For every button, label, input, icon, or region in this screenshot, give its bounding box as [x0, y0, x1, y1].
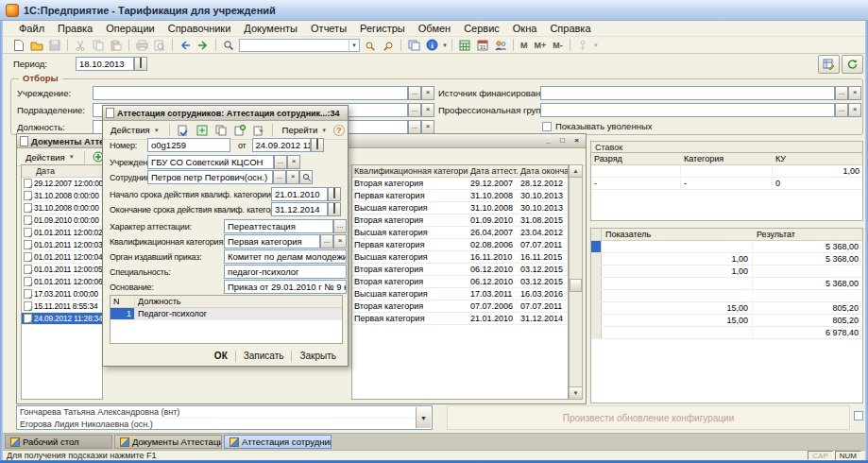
users-icon[interactable]: [492, 38, 509, 53]
category-row[interactable]: Высшая категория 26.04.2007 23.04.2012: [352, 227, 568, 239]
menu-item[interactable]: Документы: [237, 22, 304, 35]
category-row[interactable]: Вторая категория 01.09.2010 31.08.2015: [352, 214, 568, 227]
category-row[interactable]: Вторая категория 07.07.2006 07.07.2011: [352, 300, 568, 313]
category-row[interactable]: Первая категория 31.10.2008 30.10.2013: [352, 190, 568, 202]
clear-icon[interactable]: ×: [848, 103, 861, 117]
basis-field[interactable]: Приказ от 29.01.2010 г № 9 к: [224, 280, 347, 294]
window-tab[interactable]: Рабочий стол: [5, 435, 112, 449]
post-document-icon[interactable]: [175, 123, 192, 138]
help-icon[interactable]: ?: [333, 125, 345, 136]
category-row[interactable]: Высшая категория 16.11.2010 16.11.2015: [352, 251, 568, 264]
open-icon[interactable]: [28, 38, 45, 53]
table-settings-button[interactable]: [818, 55, 840, 74]
date-calendar-button[interactable]: [311, 138, 324, 152]
clear-icon[interactable]: ×: [848, 86, 861, 100]
window-tab[interactable]: Документы Аттестация сот...: [114, 435, 222, 449]
result-row[interactable]: 15,00 805,20: [591, 302, 862, 315]
scrollbar-thumb[interactable]: [570, 279, 582, 292]
combo-line[interactable]: Гончарева Татьяна Александровна (внт): [17, 406, 432, 419]
actions-button[interactable]: Действия▼: [21, 150, 79, 164]
rates-row[interactable]: - - 0: [591, 178, 862, 190]
minimize-icon[interactable]: _: [343, 108, 348, 118]
number-field[interactable]: o0g1259: [147, 138, 230, 152]
ellipsis-button[interactable]: ...: [320, 234, 333, 249]
combo-line[interactable]: Егорова Лидия Николаевна (осн.): [17, 419, 432, 430]
goto-button[interactable]: Перейти▼: [278, 123, 332, 137]
date-row[interactable]: ✓ 01.01.2011 12:00:05: [22, 264, 102, 276]
save-icon[interactable]: [46, 38, 63, 53]
result-row[interactable]: 5 368,00: [591, 278, 862, 290]
menu-item[interactable]: Файл: [12, 22, 51, 35]
info-icon[interactable]: i: [423, 38, 440, 53]
date-row[interactable]: ✓ 01.01.2011 12:00:06: [22, 276, 102, 288]
scroll-up-icon[interactable]: ▲: [570, 165, 582, 178]
category-row[interactable]: Вторая категория 06.12.2010 03.12.2015: [352, 264, 568, 276]
update-checkbox[interactable]: [854, 411, 863, 420]
forward-icon[interactable]: [195, 38, 212, 53]
service-dropdown-icon[interactable]: ▼: [593, 43, 599, 48]
category-row[interactable]: Вторая категория 29.12.2007 28.12.2012: [352, 178, 568, 190]
refresh-button[interactable]: [842, 55, 863, 74]
find-prev-icon[interactable]: [380, 38, 397, 53]
combo-dropdown-icon[interactable]: ▼: [416, 407, 431, 428]
category-field[interactable]: Первая категория: [224, 234, 320, 249]
copy-document-icon[interactable]: [213, 123, 230, 138]
ellipsis-button[interactable]: ...: [408, 86, 421, 100]
position-row[interactable]: 1 Педагог-психолог: [111, 308, 342, 320]
date-row[interactable]: ✓ 29.12.2007 12:00:00: [22, 178, 102, 190]
institution-field[interactable]: ГБУ СО Советский КЦСОН: [147, 155, 274, 169]
new-document-icon[interactable]: [10, 38, 27, 53]
filter-field[interactable]: [540, 86, 835, 100]
end-date-field[interactable]: 31.12.2014: [271, 202, 328, 216]
clear-icon[interactable]: ×: [286, 170, 299, 184]
cut-icon[interactable]: [72, 38, 89, 53]
start-date-field[interactable]: 21.01.2010: [271, 187, 328, 201]
scroll-down-icon[interactable]: ▼: [570, 386, 582, 399]
result-row[interactable]: 15,00 805,20: [591, 315, 862, 327]
menu-item[interactable]: Справка: [543, 22, 597, 35]
show-dismissed-checkbox[interactable]: [542, 122, 552, 131]
ellipsis-button[interactable]: ...: [333, 219, 347, 233]
calendar-icon[interactable]: 31: [474, 38, 491, 53]
date-calendar-button[interactable]: [328, 202, 341, 216]
search-icon[interactable]: [220, 38, 237, 53]
menu-item[interactable]: Операции: [99, 22, 161, 35]
result-row[interactable]: [591, 290, 862, 302]
back-icon[interactable]: [177, 38, 194, 53]
specialty-field[interactable]: педагог-психолог: [224, 265, 347, 279]
ellipsis-button[interactable]: ...: [835, 86, 848, 100]
ellipsis-button[interactable]: ...: [408, 120, 421, 134]
reread-icon[interactable]: [194, 123, 211, 138]
minimize-icon[interactable]: _: [542, 136, 554, 146]
date-row[interactable]: ✓ 31.10.2008 0:00:00: [22, 190, 102, 202]
memory-plus-button[interactable]: M+: [531, 41, 549, 50]
category-row[interactable]: Высшая категория 31.10.2008 30.10.2013: [352, 202, 568, 214]
date-calendar-button[interactable]: [328, 187, 341, 201]
categories-scrollbar[interactable]: ▲ ▼: [569, 164, 583, 400]
date-row[interactable]: ✓ 24.09.2012 11:28:34: [22, 313, 102, 325]
date-row[interactable]: ✓ 31.10.2008 0:00:00: [22, 202, 102, 214]
period-calendar-button[interactable]: [134, 57, 147, 71]
create-based-icon[interactable]: [231, 123, 248, 138]
employee-field[interactable]: Петров петр Петрович(осн.): [147, 170, 273, 184]
ellipsis-button[interactable]: ...: [273, 170, 286, 184]
menu-item[interactable]: Справочники: [162, 22, 238, 35]
window-tab[interactable]: Аттестация сотрудников...:34: [224, 435, 332, 449]
clear-icon[interactable]: ×: [287, 155, 300, 169]
memory-button[interactable]: M: [518, 41, 531, 50]
menu-item[interactable]: Отчеты: [304, 22, 353, 35]
ellipsis-button[interactable]: ...: [274, 155, 287, 169]
clear-icon[interactable]: ×: [333, 234, 347, 249]
memory-minus-button[interactable]: M-: [550, 41, 566, 50]
write-button[interactable]: Записать: [236, 350, 292, 362]
calculator-icon[interactable]: [456, 38, 473, 53]
rates-row[interactable]: 1,00: [591, 165, 862, 178]
filter-field[interactable]: [93, 86, 408, 100]
menu-item[interactable]: Окна: [506, 22, 544, 35]
copy-icon[interactable]: [90, 38, 107, 53]
category-row[interactable]: Первая категория 21.01.2010 31.12.2014: [352, 313, 568, 325]
employee-combo[interactable]: Гончарева Татьяна Александровна (внт)Его…: [16, 405, 433, 430]
nature-field[interactable]: Переаттестация: [224, 219, 333, 233]
close-icon[interactable]: ×: [570, 136, 583, 146]
category-row[interactable]: Первая категория 02.08.2006 07.07.2011: [352, 239, 568, 251]
